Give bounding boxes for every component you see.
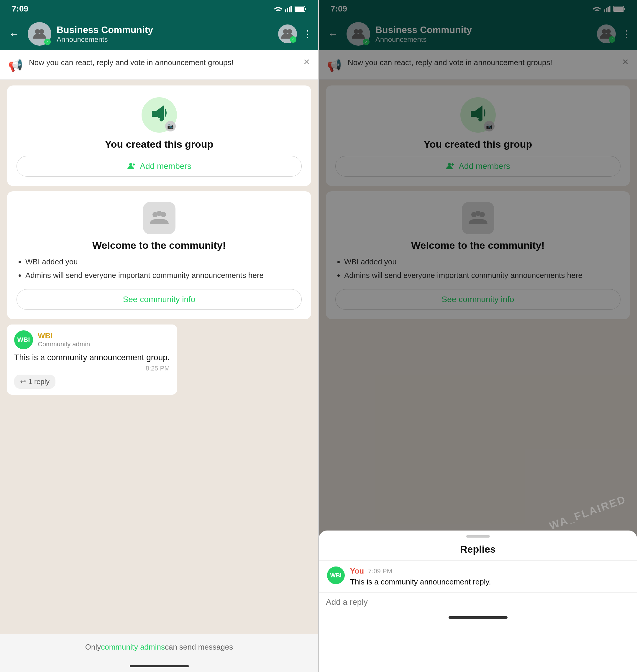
svg-point-11: [160, 118, 163, 122]
status-bar-left: 7:09: [0, 0, 318, 18]
bottom-bar-left: Only community admins can send messages: [0, 634, 318, 660]
add-members-button-left[interactable]: Add members: [17, 156, 302, 176]
community-admins-link-left[interactable]: community admins: [101, 642, 165, 652]
sender-name-left: WBI: [38, 331, 90, 340]
message-body-left: This is a community announcement group.: [14, 353, 170, 362]
reply-input-field[interactable]: [326, 597, 630, 607]
back-button-right[interactable]: ←: [325, 25, 341, 43]
reply-content: You 7:09 PM This is a community announce…: [350, 566, 629, 586]
right-panel: 7:09 ← ✓ Business Community Announcement…: [319, 0, 637, 672]
reply-time: 7:09 PM: [368, 567, 392, 575]
svg-point-26: [606, 29, 611, 34]
welcome-title-right: Welcome to the community!: [411, 240, 545, 251]
community-info-button-right[interactable]: See community info: [335, 289, 620, 310]
back-button-left[interactable]: ←: [6, 25, 22, 43]
svg-rect-6: [305, 8, 306, 10]
welcome-bullet1-left: WBI added you: [25, 257, 263, 267]
reply-input-area[interactable]: [319, 593, 637, 612]
header-icons-right: ✓ ⋮: [597, 24, 631, 43]
svg-point-7: [35, 29, 40, 34]
header-group-icon-left[interactable]: ✓: [278, 24, 297, 43]
svg-point-15: [157, 211, 162, 216]
svg-rect-21: [614, 7, 623, 11]
svg-rect-2: [289, 7, 290, 12]
community-icon-left: [143, 202, 176, 234]
sheet-handle: [466, 535, 490, 538]
banner-text-left: Now you can react, reply and vote in ann…: [29, 57, 297, 68]
welcome-bullet2-left: Admins will send everyone important comm…: [25, 270, 263, 281]
chat-title-left: Business Community: [57, 24, 273, 35]
status-bar-right: 7:09: [319, 0, 637, 18]
svg-rect-18: [607, 7, 609, 12]
svg-rect-22: [624, 8, 625, 10]
more-options-left[interactable]: ⋮: [303, 28, 312, 39]
reply-arrow-left: ↩: [20, 377, 26, 386]
group-avatar-right: ✓: [347, 22, 370, 46]
message-time-left: 8:25 PM: [14, 365, 170, 372]
welcome-card-left: Welcome to the community! WBI added you …: [7, 191, 311, 319]
banner-text-right: Now you can react, reply and vote in ann…: [348, 57, 616, 68]
created-group-title-left: You created this group: [105, 138, 214, 150]
close-banner-right[interactable]: ✕: [622, 57, 629, 67]
verified-badge-left: ✓: [44, 39, 51, 45]
replies-sheet: Replies WBI You 7:09 PM This is a commun…: [319, 530, 637, 672]
more-options-right[interactable]: ⋮: [622, 28, 631, 39]
header-info-right: Business Community Announcements: [376, 24, 592, 44]
status-icons-left: [273, 5, 306, 12]
header-verified-badge-left: ✓: [290, 36, 296, 43]
svg-rect-3: [290, 6, 292, 12]
status-icons-right: [592, 5, 625, 12]
svg-point-27: [478, 118, 482, 122]
welcome-list-right: WBI added you Admins will send everyone …: [335, 257, 582, 284]
welcome-bullet2-right: Admins will send everyone important comm…: [344, 270, 582, 281]
chat-subtitle-right: Announcements: [376, 35, 592, 44]
home-bar-right: [449, 616, 508, 619]
svg-point-28: [448, 163, 451, 166]
welcome-card-right: Welcome to the community! WBI added you …: [326, 191, 630, 319]
svg-point-31: [475, 211, 481, 216]
svg-point-9: [283, 29, 288, 34]
megaphone-icon-left: 📢: [8, 58, 23, 72]
svg-rect-1: [287, 8, 288, 12]
message-sender-info-left: WBI Community admin: [38, 331, 90, 348]
welcome-bullet1-right: WBI added you: [344, 257, 582, 267]
header-right: ← ✓ Business Community Announcements ✓ ⋮: [319, 18, 637, 50]
reply-chip-left[interactable]: ↩ 1 reply: [14, 375, 55, 389]
created-group-card-right: 📷 You created this group Add members: [326, 86, 630, 186]
close-banner-left[interactable]: ✕: [303, 57, 310, 67]
group-icon-circle-left: 📷: [142, 97, 177, 133]
chat-message-left: WBI WBI Community admin This is a commun…: [7, 324, 177, 395]
header-group-icon-right[interactable]: ✓: [597, 24, 616, 43]
home-bar-left: [130, 665, 189, 667]
community-info-button-left[interactable]: See community info: [17, 289, 302, 310]
created-group-card-left: 📷 You created this group Add members: [7, 86, 311, 186]
reply-text: This is a community announcement reply.: [350, 577, 629, 586]
replies-title: Replies: [319, 543, 637, 561]
sender-role-left: Community admin: [38, 340, 90, 348]
announcement-banner-right: 📢 Now you can react, reply and vote in a…: [319, 50, 637, 79]
created-group-title-right: You created this group: [424, 138, 532, 150]
welcome-title-left: Welcome to the community!: [92, 240, 226, 251]
announcement-banner-left: 📢 Now you can react, reply and vote in a…: [0, 50, 318, 79]
welcome-list-left: WBI added you Admins will send everyone …: [17, 257, 263, 284]
header-info-left: Business Community Announcements: [57, 24, 273, 44]
header-verified-badge-right: ✓: [609, 36, 615, 43]
reply-item: WBI You 7:09 PM This is a community anno…: [319, 561, 637, 593]
group-avatar-left: ✓: [28, 22, 51, 46]
home-indicator-left: [0, 660, 318, 672]
time-right: 7:09: [331, 4, 347, 14]
svg-point-12: [129, 163, 132, 166]
reply-avatar: WBI: [327, 566, 345, 584]
message-header-left: WBI WBI Community admin: [14, 331, 170, 349]
add-members-button-right[interactable]: Add members: [335, 156, 620, 176]
megaphone-icon-right: 📢: [327, 58, 342, 72]
wbi-avatar-left: WBI: [14, 331, 33, 349]
community-icon-right: [462, 202, 494, 234]
camera-badge-left[interactable]: 📷: [165, 121, 176, 131]
reply-you-label: You: [350, 566, 364, 576]
time-left: 7:09: [12, 4, 28, 14]
header-left: ← ✓ Business Community Announcements ✓ ⋮: [0, 18, 318, 50]
svg-point-10: [287, 29, 292, 34]
camera-badge-right[interactable]: 📷: [484, 121, 495, 131]
svg-point-24: [358, 29, 363, 34]
